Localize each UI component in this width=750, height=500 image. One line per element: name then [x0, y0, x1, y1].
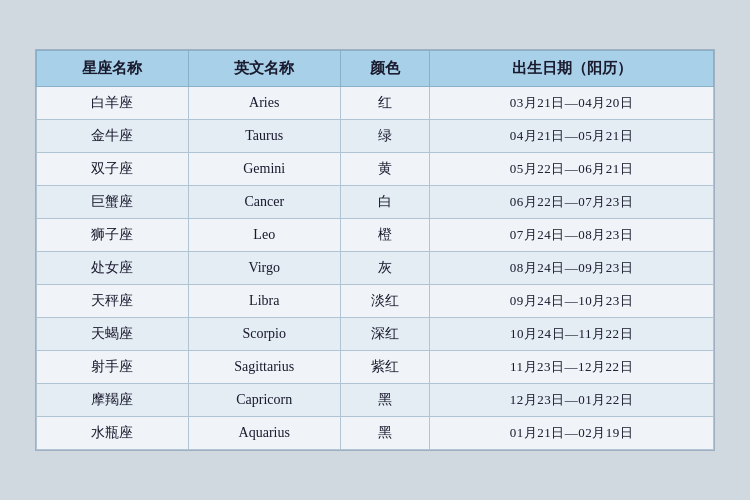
date-range: 12月23日—01月22日 — [430, 384, 714, 417]
table-header-row: 星座名称 英文名称 颜色 出生日期（阳历） — [37, 51, 714, 87]
table-row: 摩羯座Capricorn黑12月23日—01月22日 — [37, 384, 714, 417]
table-row: 狮子座Leo橙07月24日—08月23日 — [37, 219, 714, 252]
color-value: 深红 — [340, 318, 429, 351]
color-value: 灰 — [340, 252, 429, 285]
date-range: 04月21日—05月21日 — [430, 120, 714, 153]
english-name: Virgo — [188, 252, 340, 285]
chinese-name: 白羊座 — [37, 87, 189, 120]
date-range: 01月21日—02月19日 — [430, 417, 714, 450]
date-range: 06月22日—07月23日 — [430, 186, 714, 219]
chinese-name: 摩羯座 — [37, 384, 189, 417]
chinese-name: 狮子座 — [37, 219, 189, 252]
table-row: 水瓶座Aquarius黑01月21日—02月19日 — [37, 417, 714, 450]
date-range: 08月24日—09月23日 — [430, 252, 714, 285]
date-range: 03月21日—04月20日 — [430, 87, 714, 120]
english-name: Aries — [188, 87, 340, 120]
chinese-name: 双子座 — [37, 153, 189, 186]
english-name: Libra — [188, 285, 340, 318]
header-dates: 出生日期（阳历） — [430, 51, 714, 87]
color-value: 黑 — [340, 417, 429, 450]
table-row: 天蝎座Scorpio深红10月24日—11月22日 — [37, 318, 714, 351]
date-range: 07月24日—08月23日 — [430, 219, 714, 252]
table-row: 金牛座Taurus绿04月21日—05月21日 — [37, 120, 714, 153]
zodiac-table: 星座名称 英文名称 颜色 出生日期（阳历） 白羊座Aries红03月21日—04… — [36, 50, 714, 450]
header-color: 颜色 — [340, 51, 429, 87]
chinese-name: 巨蟹座 — [37, 186, 189, 219]
date-range: 10月24日—11月22日 — [430, 318, 714, 351]
color-value: 红 — [340, 87, 429, 120]
chinese-name: 天秤座 — [37, 285, 189, 318]
table-row: 巨蟹座Cancer白06月22日—07月23日 — [37, 186, 714, 219]
table-row: 双子座Gemini黄05月22日—06月21日 — [37, 153, 714, 186]
date-range: 05月22日—06月21日 — [430, 153, 714, 186]
english-name: Taurus — [188, 120, 340, 153]
english-name: Gemini — [188, 153, 340, 186]
table-row: 白羊座Aries红03月21日—04月20日 — [37, 87, 714, 120]
table-row: 处女座Virgo灰08月24日—09月23日 — [37, 252, 714, 285]
english-name: Cancer — [188, 186, 340, 219]
chinese-name: 天蝎座 — [37, 318, 189, 351]
chinese-name: 射手座 — [37, 351, 189, 384]
chinese-name: 处女座 — [37, 252, 189, 285]
english-name: Scorpio — [188, 318, 340, 351]
chinese-name: 金牛座 — [37, 120, 189, 153]
color-value: 白 — [340, 186, 429, 219]
table-row: 射手座Sagittarius紫红11月23日—12月22日 — [37, 351, 714, 384]
color-value: 绿 — [340, 120, 429, 153]
english-name: Leo — [188, 219, 340, 252]
color-value: 淡红 — [340, 285, 429, 318]
color-value: 黑 — [340, 384, 429, 417]
english-name: Aquarius — [188, 417, 340, 450]
color-value: 紫红 — [340, 351, 429, 384]
english-name: Capricorn — [188, 384, 340, 417]
header-english-name: 英文名称 — [188, 51, 340, 87]
zodiac-table-container: 星座名称 英文名称 颜色 出生日期（阳历） 白羊座Aries红03月21日—04… — [35, 49, 715, 451]
date-range: 09月24日—10月23日 — [430, 285, 714, 318]
table-row: 天秤座Libra淡红09月24日—10月23日 — [37, 285, 714, 318]
english-name: Sagittarius — [188, 351, 340, 384]
color-value: 橙 — [340, 219, 429, 252]
chinese-name: 水瓶座 — [37, 417, 189, 450]
date-range: 11月23日—12月22日 — [430, 351, 714, 384]
color-value: 黄 — [340, 153, 429, 186]
header-chinese-name: 星座名称 — [37, 51, 189, 87]
